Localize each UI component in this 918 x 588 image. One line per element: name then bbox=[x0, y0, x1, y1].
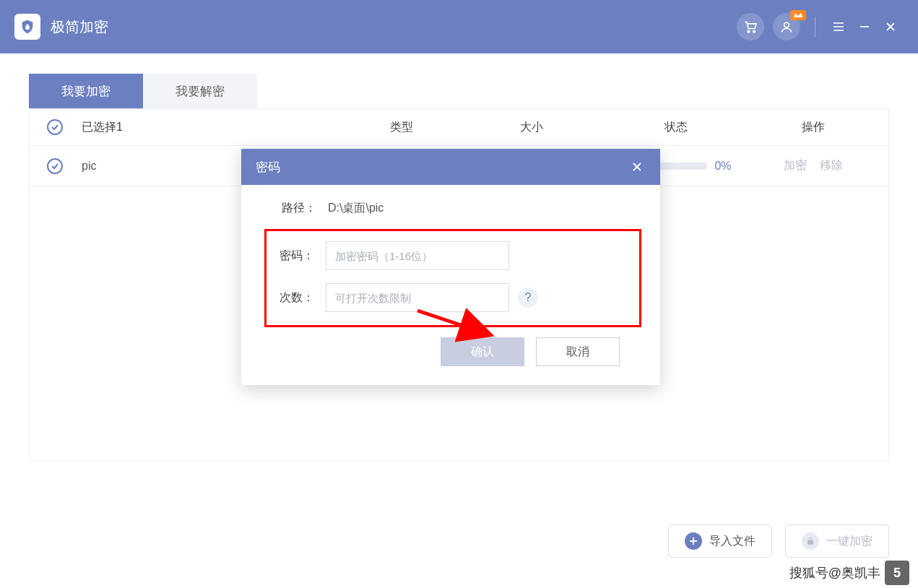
row-encrypt-link[interactable]: 加密 bbox=[784, 159, 807, 171]
bottom-bar: 导入文件 一键加密 bbox=[668, 524, 889, 558]
cart-icon[interactable] bbox=[737, 13, 764, 40]
password-input[interactable] bbox=[326, 241, 509, 270]
title-bar: 极简加密 bbox=[0, 0, 918, 53]
check-icon bbox=[51, 162, 59, 170]
path-row: 路径： D:\桌面\pic bbox=[282, 201, 624, 216]
minimize-icon[interactable] bbox=[854, 17, 875, 37]
svg-point-1 bbox=[753, 30, 755, 32]
menu-icon[interactable] bbox=[828, 17, 849, 37]
vip-badge-icon bbox=[790, 10, 806, 20]
password-dialog: 密码 路径： D:\桌面\pic 密码： 次数： ? 确认 取消 bbox=[241, 149, 660, 385]
header-type: 类型 bbox=[337, 120, 467, 135]
progress-percent: 0% bbox=[714, 160, 731, 173]
highlight-annotation: 密码： 次数： ? bbox=[264, 229, 641, 327]
dialog-header: 密码 bbox=[241, 149, 660, 185]
watermark: 搜狐号@奥凯丰 5 bbox=[789, 561, 909, 585]
app-logo bbox=[14, 14, 40, 40]
close-icon[interactable] bbox=[880, 17, 901, 37]
svg-point-0 bbox=[748, 30, 750, 32]
path-label: 路径： bbox=[282, 201, 328, 216]
select-all-checkbox[interactable] bbox=[47, 119, 63, 135]
password-label: 密码： bbox=[280, 248, 326, 264]
shield-lock-icon bbox=[20, 19, 35, 35]
count-input[interactable] bbox=[326, 283, 509, 312]
header-ops: 操作 bbox=[755, 120, 871, 135]
table-header: 已选择1 类型 大小 状态 操作 bbox=[29, 108, 889, 146]
cancel-button[interactable]: 取消 bbox=[536, 337, 620, 366]
row-checkbox[interactable] bbox=[47, 158, 63, 174]
confirm-button[interactable]: 确认 bbox=[441, 337, 524, 366]
import-button[interactable]: 导入文件 bbox=[668, 524, 772, 558]
header-size: 大小 bbox=[467, 120, 597, 135]
user-icon[interactable] bbox=[773, 13, 800, 40]
encrypt-all-label: 一键加密 bbox=[826, 534, 872, 549]
help-icon[interactable]: ? bbox=[518, 287, 538, 308]
lock-icon bbox=[802, 532, 819, 550]
app-title: 极简加密 bbox=[51, 17, 108, 37]
header-status: 状态 bbox=[597, 120, 755, 135]
count-label: 次数： bbox=[280, 290, 326, 306]
watermark-logo-icon: 5 bbox=[885, 561, 909, 585]
import-label: 导入文件 bbox=[709, 534, 755, 549]
separator bbox=[815, 17, 815, 37]
header-selected: 已选择1 bbox=[82, 120, 337, 135]
password-row: 密码： bbox=[280, 241, 626, 270]
dialog-title: 密码 bbox=[256, 159, 280, 176]
check-icon bbox=[51, 123, 59, 131]
plus-icon bbox=[685, 532, 702, 550]
tab-decrypt[interactable]: 我要解密 bbox=[143, 74, 257, 108]
tabs: 我要加密 我要解密 bbox=[29, 74, 889, 108]
dialog-footer: 确认 取消 bbox=[282, 337, 624, 366]
row-remove-link[interactable]: 移除 bbox=[820, 159, 843, 171]
row-ops: 加密移除 bbox=[755, 158, 871, 173]
encrypt-all-button[interactable]: 一键加密 bbox=[785, 524, 889, 558]
tab-encrypt[interactable]: 我要加密 bbox=[29, 74, 143, 108]
dialog-close-icon[interactable] bbox=[628, 158, 646, 176]
watermark-text: 搜狐号@奥凯丰 bbox=[789, 564, 880, 581]
path-value: D:\桌面\pic bbox=[328, 201, 624, 216]
count-row: 次数： ? bbox=[280, 283, 626, 312]
svg-point-2 bbox=[784, 22, 789, 27]
